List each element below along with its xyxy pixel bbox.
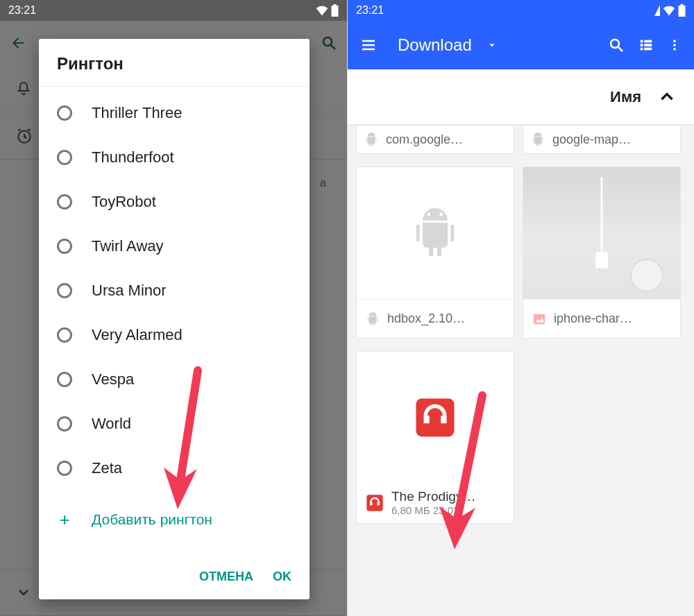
file-name: com.google… [386,132,463,147]
svg-rect-13 [641,48,643,51]
svg-rect-8 [681,4,684,6]
chevron-down-icon [15,584,32,601]
file-tile[interactable]: iphone-char… [523,166,681,339]
view-grid-icon[interactable] [638,37,654,53]
status-icons [316,4,339,17]
svg-line-3 [331,45,335,49]
overflow-menu-icon[interactable] [668,37,682,53]
android-icon [365,311,380,327]
file-name: The Prodigy… [391,489,475,504]
ringtone-label: World [92,415,131,433]
svg-rect-1 [334,4,337,6]
status-time: 23:21 [356,4,654,17]
radio-icon [57,372,72,387]
file-tile[interactable]: google-map… [523,125,681,154]
right-screenshot: 23:21 Download Имя com.google… [347,0,694,616]
apk-thumbnail [357,167,514,299]
svg-rect-0 [332,6,339,17]
file-grid: com.google… google-map… hdbox_2.10… [348,125,694,616]
ringtone-option[interactable]: Vespa [39,357,310,402]
radio-icon [57,283,72,298]
dropdown-icon[interactable] [486,39,498,51]
status-bar: 23:21 [348,0,694,21]
plus-icon: + [57,509,72,531]
ok-button[interactable]: OK [273,570,291,584]
ringtone-option[interactable]: Ursa Minor [39,268,310,313]
ringtone-label: ToyRobot [92,193,156,211]
svg-rect-7 [679,6,686,17]
add-ringtone-label: Добавить рингтон [92,511,212,528]
ringtone-option[interactable]: Twirl Away [39,224,310,268]
svg-rect-14 [644,40,652,43]
radio-icon [57,150,72,165]
chevron-up-icon [658,88,676,106]
ringtone-option[interactable]: Very Alarmed [39,313,310,357]
ringtone-label: Thunderfoot [92,148,174,166]
dialog-title: Рингтон [39,39,310,87]
android-icon [410,204,460,262]
signal-icon [654,5,660,16]
file-tile[interactable]: com.google… [356,125,514,154]
search-icon [321,35,337,51]
status-bar: 23:21 [0,0,347,21]
ringtone-option[interactable]: World [39,402,310,446]
radio-icon [57,105,72,121]
dialog-actions: ОТМЕНА OK [39,570,310,599]
bell-icon [15,80,32,97]
file-name: google-map… [552,132,631,147]
radio-icon [57,461,72,476]
ringtone-option[interactable]: ToyRobot [39,180,310,224]
add-ringtone-button[interactable]: + Добавить рингтон [39,497,310,542]
svg-point-2 [323,37,332,46]
svg-marker-6 [654,5,660,16]
svg-rect-16 [644,48,652,51]
audio-thumbnail [357,352,514,484]
image-thumbnail [523,167,680,299]
ringtone-option[interactable]: Zeta [39,446,310,490]
left-screenshot: 23:21 а Рингтон Thriller Three Thund [0,0,347,616]
headphones-icon [412,395,458,440]
svg-rect-25 [366,495,382,511]
status-icons [654,4,686,17]
svg-rect-15 [644,44,652,46]
svg-point-9 [611,40,619,48]
radio-icon [57,416,72,431]
image-icon [532,311,547,327]
sort-label: Имя [610,88,641,106]
ringtone-option[interactable]: Thriller Three [39,91,310,135]
appbar-title[interactable]: Download [398,35,472,55]
ringtone-option[interactable]: Thunderfoot [39,135,310,180]
svg-point-17 [673,40,676,42]
ringtone-label: Vespa [92,370,134,388]
svg-rect-12 [641,44,643,46]
ringtone-label: Twirl Away [92,237,164,255]
svg-point-20 [428,213,431,216]
alarm-icon [15,127,33,145]
sort-bar[interactable]: Имя [348,69,694,125]
radio-icon [57,327,72,343]
ringtone-label: Very Alarmed [92,326,183,344]
file-tile[interactable]: The Prodigy… 6,80 МБ 23:02 [356,351,514,524]
wifi-icon [663,5,675,16]
app-bar: Download [348,21,694,69]
ringtone-label: Ursa Minor [92,282,167,300]
cancel-button[interactable]: ОТМЕНА [199,570,253,584]
hamburger-icon[interactable] [360,37,377,53]
file-name: iphone-char… [554,311,632,326]
svg-rect-22 [534,314,545,324]
file-name: hdbox_2.10… [387,311,465,326]
status-time: 23:21 [8,4,316,17]
battery-icon [678,4,686,17]
radio-icon [57,239,72,254]
headphones-icon [365,493,384,513]
file-meta: 6,80 МБ 23:02 [391,504,475,516]
back-icon [10,35,26,51]
radio-icon [57,194,72,209]
svg-point-19 [673,48,676,51]
android-icon [364,132,379,147]
search-icon[interactable] [608,37,625,53]
battery-icon [331,4,339,17]
ringtone-label: Zeta [92,459,122,477]
svg-point-21 [440,213,443,216]
file-tile[interactable]: hdbox_2.10… [356,166,514,339]
